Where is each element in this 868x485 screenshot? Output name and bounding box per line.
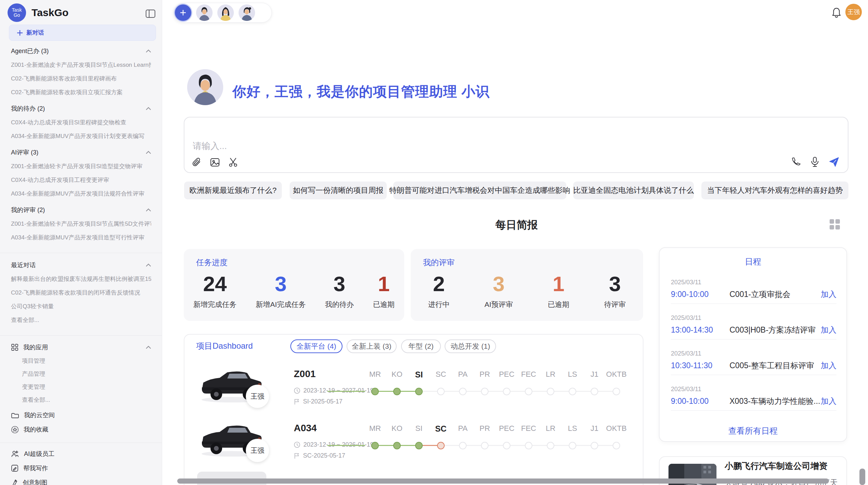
milestone-node-PA[interactable]: [459, 442, 467, 449]
section-chevron-icon[interactable]: [146, 208, 151, 212]
milestone-node-MR[interactable]: [371, 442, 379, 449]
collapse-sidebar-icon[interactable]: [145, 9, 156, 18]
milestone-label-J1: J1: [583, 370, 605, 380]
milestone-node-OKTB[interactable]: [613, 442, 620, 449]
sidebar-task-item[interactable]: A034-全新新能源MUV产品开发项目造型可行性评审: [11, 234, 151, 242]
screenshot-scissors-icon[interactable]: [228, 157, 239, 167]
sidebar-task-item[interactable]: C02-飞腾新能源轻客改款项目里程碑画布: [11, 75, 151, 83]
section-chevron-icon[interactable]: [146, 107, 151, 110]
voice-call-icon[interactable]: [791, 157, 801, 167]
sidebar-section-header[interactable]: 我的评审 (2): [11, 206, 151, 214]
sidebar-link-favorites[interactable]: 我的收藏: [11, 425, 151, 434]
recent-chat-item[interactable]: 查看全部...: [11, 316, 151, 324]
recent-chat-item[interactable]: C02-飞腾新能源轻客改款项目的闭环通告反馈情况: [11, 289, 151, 297]
sidebar-tool-3[interactable]: 创意制图: [11, 478, 151, 485]
my-apps-header[interactable]: 我的应用: [11, 343, 151, 352]
dashboard-tab[interactable]: 全新平台 (4): [290, 339, 342, 353]
milestone-node-SI[interactable]: [415, 388, 423, 395]
milestone-node-PR[interactable]: [481, 388, 489, 395]
milestone-nodes: [364, 388, 627, 395]
send-icon[interactable]: [829, 157, 840, 167]
milestone-node-KO[interactable]: [393, 442, 401, 449]
attach-file-icon[interactable]: [192, 157, 202, 167]
section-chevron-icon[interactable]: [146, 263, 151, 267]
sidebar-task-item[interactable]: C02-飞腾新能源轻客改款项目立项汇报方案: [11, 88, 151, 97]
milestone-node-PR[interactable]: [481, 442, 489, 449]
milestone-node-KO[interactable]: [393, 388, 401, 395]
new-chat-button[interactable]: 新对话: [9, 25, 156, 41]
dashboard-tab[interactable]: 年型 (2): [401, 339, 441, 353]
sidebar-task-item[interactable]: A034-全新新能源MUV产品开发项目计划变更表编写: [11, 132, 151, 140]
sidebar-task-item[interactable]: Z001-全新燃油皮卡产品开发项目SI节点Lesson Learn报告: [11, 61, 151, 69]
recent-chat-item[interactable]: 解释最新出台的欧盟报废车法规再生塑料比例被调至15%...: [11, 275, 151, 283]
milestone-node-J1[interactable]: [591, 442, 598, 449]
join-meeting-link[interactable]: 加入: [821, 289, 836, 300]
microphone-icon[interactable]: [810, 157, 820, 167]
milestone-node-PEC[interactable]: [503, 442, 510, 449]
milestone-node-SC[interactable]: [437, 388, 445, 395]
suggestion-chip[interactable]: 特朗普可能对进口汽车增税会对中国车企造成哪些影响: [393, 182, 566, 199]
sidebar-tool-2[interactable]: 帮我写作: [11, 463, 151, 473]
join-meeting-link[interactable]: 加入: [821, 396, 836, 407]
milestone-node-LS[interactable]: [569, 442, 576, 449]
suggestion-chip[interactable]: 比亚迪全固态电池计划具体说了什么: [573, 182, 694, 199]
dashboard-tab[interactable]: 动总开发 (1): [445, 339, 496, 353]
section-chevron-icon[interactable]: [146, 346, 151, 349]
attach-image-icon[interactable]: [210, 157, 220, 167]
input-actions-toolbar: [791, 157, 840, 167]
chat-input-box[interactable]: 请输入...: [184, 117, 848, 173]
my-apps-item[interactable]: 项目管理: [22, 357, 151, 365]
milestone-node-PA[interactable]: [459, 388, 467, 395]
milestone-node-FEC[interactable]: [525, 388, 532, 395]
schedule-item: 2025/03/119:00-10:00C001-立项审批会加入: [671, 279, 836, 301]
section-chevron-icon[interactable]: [146, 151, 151, 154]
my-apps-item[interactable]: 查看全部...: [22, 396, 151, 404]
stat-item: 2进行中: [428, 273, 450, 309]
milestone-node-LR[interactable]: [547, 388, 554, 395]
milestone-node-SI[interactable]: [415, 442, 423, 449]
milestone-node-FEC[interactable]: [525, 442, 532, 449]
view-all-schedule-link[interactable]: 查看所有日程: [660, 425, 846, 436]
chevron-up-icon: [146, 49, 151, 53]
sidebar-tool-1[interactable]: AI超级员工: [11, 449, 151, 459]
briefing-layout-grid-icon[interactable]: [829, 219, 841, 230]
sidebar-task-item[interactable]: Z001-全新燃油轻卡产品开发项目SI节点属性5D文件评审: [11, 220, 151, 228]
milestone-timeline: MRKOSISCPAPRPECFECLRLSJ1OKTB: [364, 360, 627, 401]
suggestion-chip[interactable]: 当下年轻人对汽车外观有怎样的喜好趋势: [701, 182, 848, 199]
sidebar-section-header[interactable]: AI评审 (3): [11, 148, 151, 157]
recent-chats-header[interactable]: 最近对话: [11, 261, 151, 270]
session-avatar-3[interactable]: [239, 4, 255, 21]
my-apps-item[interactable]: 产品管理: [22, 370, 151, 378]
milestone-label-OKTB: OKTB: [605, 370, 627, 380]
add-session-button[interactable]: [175, 4, 191, 21]
vertical-scrollbar[interactable]: [859, 469, 865, 485]
join-meeting-link[interactable]: 加入: [821, 360, 836, 371]
sidebar-task-item[interactable]: C0X4-动力总成开发项目SI里程碑提交物检查: [11, 119, 151, 127]
recent-chat-item[interactable]: 公司Q3轻卡销量: [11, 302, 151, 311]
sidebar-section-header[interactable]: Agent已办 (3): [11, 47, 151, 55]
suggestion-chip[interactable]: 如何写一份清晰的项目周报: [290, 182, 387, 199]
suggestion-chip[interactable]: 欧洲新规最近颁布了什么?: [184, 182, 282, 199]
sidebar-task-item[interactable]: Z001-全新燃油轻卡产品开发项目SI造型提交物评审: [11, 162, 151, 171]
milestone-node-PEC[interactable]: [503, 388, 510, 395]
session-avatar-1[interactable]: [196, 4, 213, 21]
milestone-node-LS[interactable]: [569, 388, 576, 395]
schedule-time: 9:00-10:00: [671, 397, 730, 406]
join-meeting-link[interactable]: 加入: [821, 325, 836, 335]
notifications-bell-icon[interactable]: [831, 7, 842, 19]
horizontal-scrollbar[interactable]: [177, 478, 829, 484]
milestone-node-OKTB[interactable]: [613, 388, 620, 395]
sidebar-section-header[interactable]: 我的待办 (2): [11, 104, 151, 113]
user-avatar[interactable]: 王强: [845, 4, 862, 20]
milestone-node-MR[interactable]: [371, 388, 379, 395]
dashboard-tab[interactable]: 全新上装 (3): [347, 339, 397, 353]
milestone-node-LR[interactable]: [547, 442, 554, 449]
section-chevron-icon[interactable]: [146, 49, 151, 53]
sidebar-task-item[interactable]: A034-全新新能源MUV产品开发项目法规符合性评审: [11, 190, 151, 198]
my-apps-item[interactable]: 变更管理: [22, 383, 151, 391]
sidebar-link-cloud[interactable]: 我的云空间: [11, 410, 151, 420]
milestone-node-SC[interactable]: [437, 442, 445, 449]
session-avatar-2[interactable]: [217, 4, 234, 21]
milestone-node-J1[interactable]: [591, 388, 598, 395]
sidebar-task-item[interactable]: C0X4-动力总成开发项目工程变更评审: [11, 176, 151, 184]
